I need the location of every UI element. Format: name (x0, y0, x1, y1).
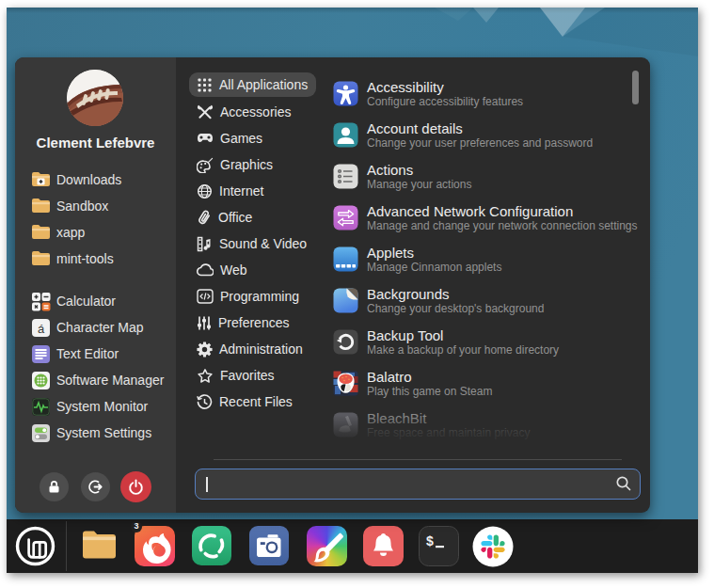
svg-text:$: $ (426, 533, 434, 548)
svg-text:á: á (38, 321, 45, 335)
